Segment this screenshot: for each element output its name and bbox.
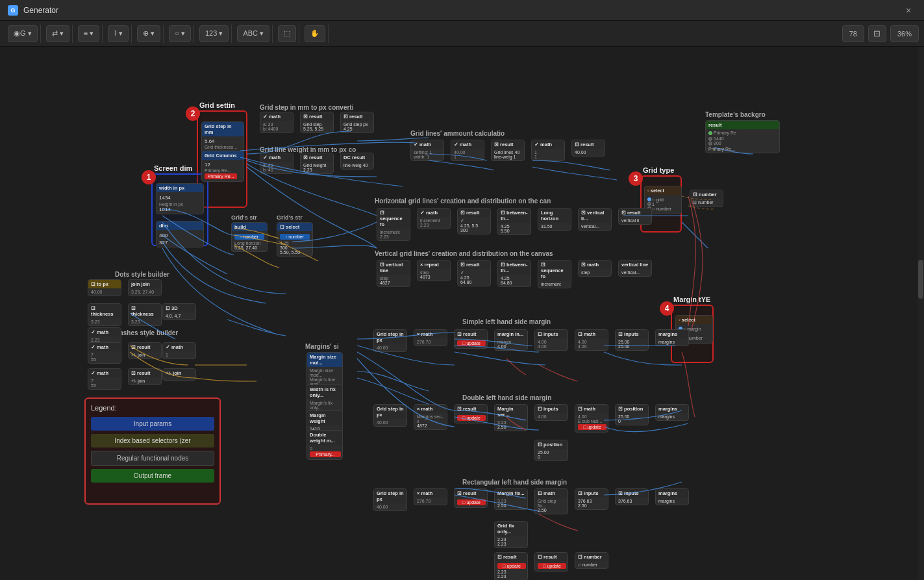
frame-tool-button[interactable]: ⬚: [278, 25, 296, 42]
dm-2[interactable]: × math Margins sec-x 4872: [414, 404, 447, 430]
node-tool-button[interactable]: ◉G ▾: [8, 25, 38, 42]
dm-5[interactable]: ⊡ inputs 4.00: [534, 404, 568, 421]
dot-4[interactable]: ⊡ thickness 3.23: [128, 303, 162, 326]
shape-tool-button[interactable]: ○ ▾: [169, 25, 191, 42]
rm-3[interactable]: ⊡ result □ update: [454, 488, 488, 508]
section-vert-grid: Vertical grid lines' creation and distri…: [375, 250, 553, 257]
gs-conv-3[interactable]: ⊡ result Grid step px 4.25: [340, 112, 374, 133]
ga-1[interactable]: ✓ math setting: 1 width: 1: [410, 140, 444, 161]
dm-8[interactable]: margins margins: [655, 404, 689, 421]
dash-2[interactable]: ⊡ result +/- join: [128, 342, 162, 359]
screen-width-node[interactable]: width in px 1434 Height in px 1014: [156, 183, 204, 214]
grid-columns-node[interactable]: Grid Columns 12 Primary Re... Primary Re…: [201, 151, 244, 182]
hg-4[interactable]: ⊡ between-th... 4.25 5.50: [497, 208, 531, 235]
template-bg-node[interactable]: result Primary Re 1440 900 Primary Re...: [705, 120, 780, 153]
rm-5[interactable]: ⊡ math Grid step fix... 2.50: [534, 488, 568, 514]
dot-2[interactable]: join join 3.25, 27.40: [128, 279, 162, 296]
ga-5[interactable]: ⊡ result 40.00: [571, 140, 605, 157]
view-tool-button[interactable]: ⌇ ▾: [108, 25, 129, 42]
vg-7[interactable]: vertical line vertical...: [618, 260, 652, 277]
hg-2[interactable]: ✓ math increment 2.23: [417, 208, 451, 229]
hand-tool-button[interactable]: ✋: [305, 25, 325, 42]
canvas[interactable]: Grid step in mm to px converti Grid line…: [0, 47, 924, 580]
dash-6[interactable]: +/- join: [162, 368, 196, 381]
dm-6[interactable]: ⊡ math 4.00 E sub radi... □ update: [575, 404, 608, 433]
dot-1[interactable]: ⊡ to px 40.00: [88, 279, 121, 296]
dash-3[interactable]: ✓ math 1: [162, 342, 196, 359]
vg-6[interactable]: ⊡ math step: [578, 260, 612, 277]
rm-7[interactable]: ⊡ inputs 376.63: [615, 488, 649, 505]
section-grid-step: Grid step in mm to px converti: [260, 104, 353, 111]
gs1-1[interactable]: build ◦ number Long horizon 5.25, 27.40: [231, 222, 268, 252]
gw-conv-1[interactable]: ✓ math a: 40 b: 40: [260, 153, 293, 174]
vg-4[interactable]: ⊡ between-th... 4.25 64.80: [497, 260, 531, 287]
hg-6[interactable]: ⊡ vertical li... vertical...: [578, 208, 612, 231]
frame-1-label: Screen dim: [154, 164, 192, 172]
add-tool-button[interactable]: ⊕ ▾: [137, 25, 160, 42]
frame-4-label: Margin tYE: [673, 296, 710, 303]
section-grid-str-1: Grid's str: [231, 214, 257, 221]
hg-7[interactable]: ⊡ result vertical li: [618, 208, 652, 225]
dm-1[interactable]: Grid step in px 40.00: [373, 404, 407, 427]
frame-3-label: Grid type: [643, 166, 674, 174]
vg-5[interactable]: ⊡ sequence fo increment: [538, 260, 571, 288]
dm-7[interactable]: ⊡ position 25.00 0: [615, 404, 649, 425]
sm-1[interactable]: Grid step in px 40.00: [373, 329, 407, 352]
legend-functional-nodes: Regular functional nodes: [91, 451, 214, 466]
tool-group-3: ≡ ▾: [75, 25, 103, 43]
vg-2[interactable]: × repeat step 4873: [417, 260, 451, 281]
gs-conv-2[interactable]: ⊡ result Grid step 5.25, 5.25: [300, 112, 334, 133]
menu-tool-button[interactable]: ≡ ▾: [78, 25, 99, 42]
rm-10[interactable]: ⊡ result □ update 2.23 2.23: [494, 552, 528, 580]
zoom-percent-button[interactable]: 36%: [890, 25, 919, 42]
rm-11[interactable]: ⊡ result □ update: [534, 552, 568, 572]
dot-3[interactable]: ⊡ thickness 3.23: [88, 303, 121, 326]
sm-4[interactable]: margin in... margin 4.00: [494, 329, 528, 351]
section-margins: Margins' si: [305, 343, 339, 350]
dm-9[interactable]: ⊡ position 25.00 0: [534, 440, 568, 461]
gs2-1[interactable]: ⊡ select ◦ number 4.25 300 5.50, 5.50: [277, 222, 313, 257]
scrollbar[interactable]: [918, 47, 924, 580]
number-tool-button[interactable]: 123 ▾: [199, 25, 229, 42]
ga-4[interactable]: ✓ math 1 1: [531, 140, 565, 161]
rm-2[interactable]: × math 276.70: [414, 488, 447, 505]
scrollbar-thumb[interactable]: [918, 260, 923, 299]
gw-conv-2[interactable]: ⊡ result Grid weight 2.23: [300, 153, 334, 174]
hg-5[interactable]: Long horizon 31.50: [538, 208, 571, 231]
vg-1[interactable]: ⊡ vertical line step 4827: [377, 260, 410, 287]
sm-7[interactable]: ⊡ inputs 25.00 25.00: [615, 329, 649, 351]
dm-4[interactable]: Margin sec... 3.23 2.50: [494, 404, 528, 431]
close-button[interactable]: ×: [901, 3, 916, 18]
dash-4[interactable]: ✓ math 7 55: [88, 368, 121, 390]
app-icon: G: [8, 5, 18, 16]
sm-5[interactable]: ⊡ inputs 4.00 4.00: [534, 329, 568, 351]
rm-9[interactable]: Grid fix only... 2.23 2.23: [494, 521, 528, 548]
sm-2[interactable]: × math 276.70: [414, 329, 447, 346]
connect-tool-button[interactable]: ⇄ ▾: [46, 25, 69, 42]
sm-8[interactable]: margins margins: [655, 329, 689, 346]
ga-2[interactable]: ✓ math 40.00 1: [451, 140, 484, 161]
gt-extra-1[interactable]: ⊡ number ⊡ number: [690, 190, 723, 207]
dm-3[interactable]: ⊡ result □ update: [454, 404, 488, 423]
ms-4[interactable]: Double weight m... 0 Primary...: [306, 430, 343, 460]
rm-8[interactable]: margins margins: [655, 488, 689, 505]
screen-dim-node2[interactable]: dim 400 327: [156, 221, 204, 247]
dot-6[interactable]: ⊡ 3D 4.0, 4.7: [162, 303, 196, 320]
rm-4[interactable]: Margin fix... 3.23 2.50: [494, 488, 528, 510]
zoom-value-button[interactable]: 78: [842, 25, 864, 42]
rm-1[interactable]: Grid step in px 40.00: [373, 488, 407, 511]
dash-5[interactable]: ⊡ result +/- join: [128, 368, 162, 385]
sm-3[interactable]: ⊡ result □ update: [454, 329, 488, 349]
ga-3[interactable]: ⊡ result Grid lines 40 line-weig 1: [491, 140, 525, 161]
vg-3[interactable]: ⊡ result ✓ 4.25 64.80: [457, 260, 491, 286]
fit-view-button[interactable]: ⊡: [868, 25, 886, 42]
gw-conv-3[interactable]: DC result line-weig 40: [340, 153, 374, 170]
rm-12[interactable]: ⊡ number ○ number: [575, 552, 608, 569]
text-tool-button[interactable]: ABC ▾: [237, 25, 269, 42]
hg-1[interactable]: ⊡ sequence fo increment 2.23: [377, 208, 410, 241]
sm-6[interactable]: ⊡ math 4.00 4.00: [575, 329, 608, 351]
dash-1[interactable]: ✓ math 7 55: [88, 342, 121, 364]
rm-6[interactable]: ⊡ inputs 376.63 2.50: [575, 488, 608, 510]
hg-3[interactable]: ⊡ result ✓ 4.25, 5.5 300: [457, 208, 491, 234]
gs-conv-1[interactable]: ✓ math a: 23 b: 4400: [260, 112, 293, 133]
